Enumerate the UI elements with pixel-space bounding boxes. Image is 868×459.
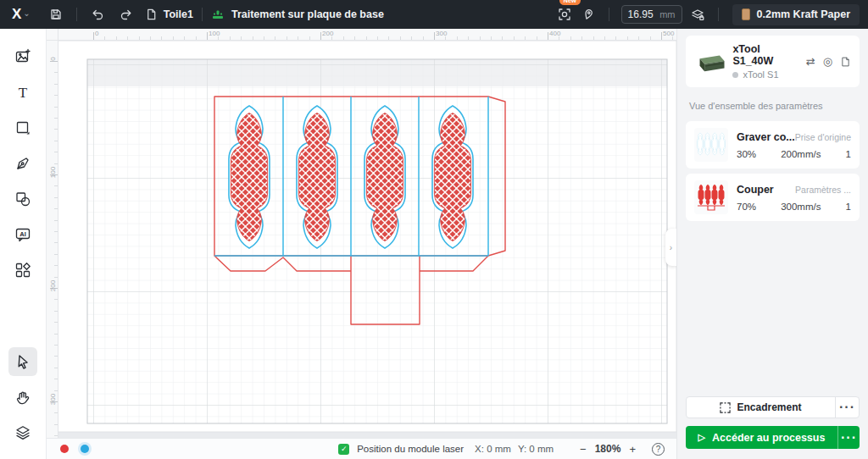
cursor-coordinates: X: 0 mm Y: 0 mm	[475, 444, 554, 454]
device-card[interactable]: xTool S1_40W xTool S1 ⇄ ◎	[686, 36, 860, 87]
tool-text[interactable]: T	[8, 78, 37, 107]
logo-menu-chevron-icon[interactable]: ⌄	[23, 8, 30, 18]
param-card-engrave[interactable]: Graver co... Prise d'origine 30% 200mm/s…	[686, 121, 860, 169]
device-file-button[interactable]	[840, 56, 851, 68]
ruler-label: 0	[95, 30, 98, 37]
process-label: Accéder au processus	[712, 432, 825, 444]
process-button[interactable]: ▷ Accéder au processus	[686, 426, 837, 449]
ruler-label: 200	[322, 30, 333, 37]
param-card-cut[interactable]: Couper Paramètres ... 70% 300mm/s 1	[686, 174, 860, 221]
tool-pen[interactable]	[8, 149, 37, 178]
document-name: Toile1	[164, 8, 193, 20]
xtool-logo[interactable]: X	[12, 6, 20, 23]
status-dot	[732, 72, 738, 78]
capture-button[interactable]: New	[553, 3, 576, 26]
divider	[202, 8, 203, 21]
pen-icon	[14, 155, 31, 172]
panel-collapse-handle[interactable]: ›	[665, 229, 676, 266]
ruler-label: 200	[49, 278, 57, 295]
svg-text:AI: AI	[19, 230, 26, 238]
framing-more-button[interactable]: ···	[835, 397, 859, 418]
ruler-label: 300	[49, 391, 57, 408]
top-bar: X ⌄ Toile1 Traitement sur plaque de base	[0, 0, 868, 29]
process-more-button[interactable]: ···	[837, 426, 860, 449]
tool-image[interactable]	[8, 42, 37, 71]
tool-shape[interactable]	[8, 113, 37, 142]
x-coordinate: X: 0 mm	[475, 444, 511, 454]
layers-icon	[14, 424, 31, 441]
redo-button[interactable]	[114, 3, 138, 26]
undo-icon	[91, 8, 104, 21]
tool-boolean-shapes[interactable]	[8, 185, 37, 213]
param-details: Graver co... Prise d'origine 30% 200mm/s…	[737, 131, 851, 159]
param-power: 70%	[737, 202, 756, 212]
param-name: Couper	[737, 184, 774, 196]
ruler-label: 300	[436, 30, 447, 37]
zoom-level[interactable]: 180%	[595, 443, 621, 455]
material-button[interactable]: 0.2mm Kraft Paper	[732, 4, 860, 25]
boolean-shapes-icon	[14, 191, 31, 207]
device-settings-button[interactable]: ◎	[823, 55, 832, 68]
document-tab[interactable]: Toile1	[145, 8, 193, 21]
help-button[interactable]: ?	[652, 443, 665, 456]
tool-select[interactable]	[8, 347, 37, 376]
undo-button[interactable]	[86, 3, 109, 26]
zoom-in-button[interactable]: +	[629, 443, 636, 456]
framing-button[interactable]: Encadrement	[687, 397, 835, 418]
top-bar-left: X ⌄ Toile1 Traitement sur plaque de base	[0, 3, 384, 26]
apps-grid-icon	[14, 262, 31, 279]
file-icon	[840, 56, 851, 68]
tool-hand[interactable]	[8, 383, 37, 412]
redo-icon	[120, 8, 133, 21]
laser-position-button[interactable]	[576, 3, 600, 26]
tool-ai[interactable]: AI	[8, 220, 37, 249]
laser-pointer-icon	[581, 8, 595, 21]
param-name: Graver co...	[737, 131, 795, 143]
zoom-out-button[interactable]: −	[580, 443, 587, 456]
panel-spacer	[677, 221, 868, 396]
svg-text:T: T	[19, 85, 28, 101]
center-column: 0 100 200 300 400 500 0 100 200 300 ›	[47, 29, 676, 459]
help-icon: ?	[656, 445, 661, 454]
color-swatch-blue-selected[interactable]	[81, 445, 89, 453]
color-swatch-red[interactable]	[60, 445, 69, 453]
canvas-area[interactable]: 0 100 200 300 400 500 0 100 200 300 ›	[47, 29, 676, 438]
laser-position-checkbox[interactable]: ✓	[338, 444, 349, 455]
main-row: T AI	[0, 29, 868, 459]
processing-mode-label: Traitement sur plaque de base	[231, 8, 384, 20]
base-plate-icon	[211, 8, 225, 21]
param-passes: 1	[846, 202, 851, 212]
tool-layers[interactable]	[8, 418, 37, 447]
top-bar-right: New mm 0.2mm Kraft Paper	[553, 3, 868, 26]
check-icon: ✓	[341, 445, 348, 453]
param-speed: 300mm/s	[781, 202, 821, 212]
thickness-input-group: mm	[621, 5, 682, 24]
process-button-group: ▷ Accéder au processus ···	[686, 426, 860, 449]
horizontal-ruler: 0 100 200 300 400 500	[58, 29, 676, 41]
ruler-label: 0	[49, 51, 57, 68]
param-tag: Prise d'origine	[795, 132, 851, 142]
processing-mode-button[interactable]: Traitement sur plaque de base	[211, 8, 384, 21]
xtool-creative-space-app: X ⌄ Toile1 Traitement sur plaque de base	[0, 0, 868, 459]
auto-measure-button[interactable]	[686, 3, 709, 26]
divider	[609, 8, 609, 21]
divider	[718, 8, 719, 21]
thickness-unit: mm	[659, 9, 675, 19]
play-icon: ▷	[698, 432, 705, 443]
canvas-svg	[47, 29, 676, 438]
ruler-label: 500	[663, 30, 674, 37]
zoom-controls: − 180% +	[580, 443, 636, 456]
divider	[76, 8, 77, 21]
hand-icon	[14, 389, 31, 406]
material-swatch	[742, 8, 750, 20]
tool-apps[interactable]	[8, 256, 37, 285]
save-button[interactable]	[44, 3, 68, 26]
thickness-input[interactable]	[628, 8, 660, 20]
switch-device-button[interactable]: ⇄	[806, 55, 815, 68]
right-panel: xTool S1_40W xTool S1 ⇄ ◎ Vue d'ensemble…	[676, 29, 868, 459]
frame-icon	[720, 402, 731, 413]
status-bar-right: ✓ Position du module laser X: 0 mm Y: 0 …	[338, 443, 665, 456]
status-bar: ✓ Position du module laser X: 0 mm Y: 0 …	[47, 438, 676, 459]
laser-position-label: Position du module laser	[357, 444, 464, 454]
material-label: 0.2mm Kraft Paper	[757, 8, 850, 20]
